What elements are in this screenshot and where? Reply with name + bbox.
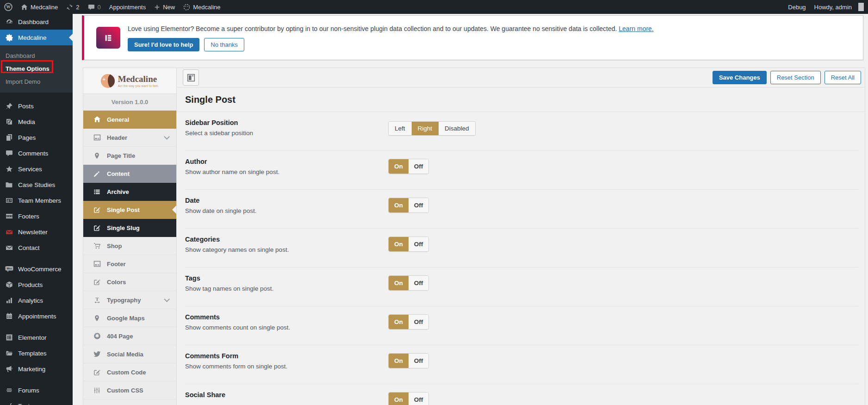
sidebar-item-footers[interactable]: Footers bbox=[0, 208, 73, 224]
sidebar-item-forums[interactable]: Forums bbox=[0, 382, 73, 398]
toggle-off[interactable]: Off bbox=[409, 276, 429, 290]
sidebar-item-analytics[interactable]: Analytics bbox=[0, 293, 73, 308]
sidebar-item-pages[interactable]: Pages bbox=[0, 130, 73, 145]
sidebar-item-dashboard[interactable]: Dashboard bbox=[0, 14, 73, 30]
toggle-sidebar-button[interactable] bbox=[183, 69, 199, 86]
toggle-off[interactable]: Off bbox=[409, 315, 429, 329]
menu-item-archive[interactable]: Archive bbox=[83, 183, 176, 201]
author-toggle[interactable]: On Off bbox=[388, 159, 429, 174]
toggle-on[interactable]: On bbox=[389, 393, 409, 405]
toggle-off[interactable]: Off bbox=[409, 237, 429, 251]
wordpress-logo[interactable]: W bbox=[0, 0, 17, 14]
panel-layout-icon bbox=[187, 74, 195, 82]
updates[interactable]: 2 bbox=[62, 0, 83, 14]
toggle-on[interactable]: On bbox=[389, 198, 409, 212]
toggle-on[interactable]: On bbox=[389, 315, 409, 329]
setting-label: Comments Form bbox=[185, 352, 388, 360]
submenu-item-theme-options[interactable]: Theme Options bbox=[0, 62, 73, 75]
tags-toggle[interactable]: On Off bbox=[388, 275, 429, 291]
option-left[interactable]: Left bbox=[389, 122, 412, 135]
menu-item-google-maps[interactable]: Google Maps bbox=[83, 309, 176, 327]
sidebar-item-label: Forums bbox=[18, 387, 39, 394]
setting-desc: Show comments count on single post. bbox=[185, 324, 388, 331]
appointments-menu[interactable]: Appointments bbox=[105, 0, 150, 14]
option-right[interactable]: Right bbox=[412, 122, 439, 135]
setting-row-social-share: Social Share On Off bbox=[185, 384, 858, 405]
comments-form-toggle[interactable]: On Off bbox=[388, 353, 429, 368]
new-menu[interactable]: New bbox=[150, 0, 179, 14]
notice-decline-button[interactable]: No thanks bbox=[204, 38, 244, 51]
sidebar-item-services[interactable]: Services bbox=[0, 161, 73, 177]
menu-item-label: Footer bbox=[107, 261, 125, 268]
woocommerce-icon: Woo bbox=[5, 266, 14, 273]
account-menu[interactable]: Howdy, admin bbox=[810, 0, 868, 14]
toggle-off[interactable]: Off bbox=[409, 354, 429, 368]
sidebar-item-case-studies[interactable]: Case Studies bbox=[0, 177, 73, 193]
theme-version: Version 1.0.0 bbox=[83, 94, 176, 111]
sidebar-item-comments[interactable]: Comments bbox=[0, 145, 73, 161]
learn-more-link[interactable]: Learn more. bbox=[619, 25, 653, 32]
setting-label: Sidebar Position bbox=[185, 119, 388, 126]
sidebar-item-templates[interactable]: Templates bbox=[0, 345, 73, 361]
comments-toggle[interactable]: On Off bbox=[388, 314, 429, 330]
sidebar-item-medcaline[interactable]: Medcaline bbox=[0, 30, 73, 45]
header-layout-icon bbox=[93, 134, 101, 141]
toggle-on[interactable]: On bbox=[389, 159, 409, 174]
menu-item-custom-code[interactable]: Custom Code bbox=[83, 363, 176, 381]
menu-item-shop[interactable]: Shop bbox=[83, 237, 176, 255]
toggle-on[interactable]: On bbox=[389, 354, 409, 368]
menu-item-single-slug[interactable]: Single Slug bbox=[83, 219, 176, 237]
sidebar-item-posts[interactable]: Posts bbox=[0, 98, 73, 114]
svg-text:T: T bbox=[95, 296, 99, 302]
date-toggle[interactable]: On Off bbox=[388, 198, 429, 213]
menu-item-colors[interactable]: Colors bbox=[83, 273, 176, 291]
sidebar-item-contact[interactable]: Contact bbox=[0, 240, 73, 255]
theme-options-menu: Medcaline Act the way you want to feel. … bbox=[83, 68, 177, 405]
toggle-off[interactable]: Off bbox=[409, 393, 429, 405]
menu-item-content[interactable]: Content bbox=[83, 165, 176, 183]
sidebar-item-team-members[interactable]: Team Members bbox=[0, 193, 73, 208]
social-share-toggle[interactable]: On Off bbox=[388, 392, 429, 405]
folder-icon bbox=[5, 181, 14, 188]
sidebar-item-marketing[interactable]: Marketing bbox=[0, 361, 73, 377]
notice-accept-button[interactable]: Sure! I'd love to help bbox=[128, 38, 199, 51]
submenu-item-dashboard[interactable]: Dashboard bbox=[0, 49, 73, 62]
sidebar-item-appointments[interactable]: Appointments bbox=[0, 308, 73, 324]
menu-item-custom-css[interactable]: Custom CSS bbox=[83, 381, 176, 399]
sidebar-item-elementor[interactable]: Elementor bbox=[0, 330, 73, 345]
debug-menu[interactable]: Debug bbox=[784, 0, 810, 14]
menu-item-footer[interactable]: Footer bbox=[83, 255, 176, 273]
sliders-icon bbox=[93, 387, 101, 394]
toggle-on[interactable]: On bbox=[389, 276, 409, 290]
sidebar-item-products[interactable]: Products bbox=[0, 277, 73, 293]
menu-item-typography[interactable]: T Typography bbox=[83, 291, 176, 309]
menu-item-header[interactable]: Header bbox=[83, 129, 176, 147]
menu-item-404-page[interactable]: ✱ 404 Page bbox=[83, 327, 176, 345]
sidebar-item-newsletter[interactable]: Newsletter bbox=[0, 224, 73, 240]
reset-all-button[interactable]: Reset All bbox=[825, 71, 861, 84]
box-icon bbox=[5, 281, 14, 288]
sidebar-item-media[interactable]: Media bbox=[0, 114, 73, 130]
site-menu[interactable]: Medcaline bbox=[17, 0, 62, 14]
reset-section-button[interactable]: Reset Section bbox=[770, 71, 821, 84]
toggle-off[interactable]: Off bbox=[409, 159, 429, 174]
save-changes-button[interactable]: Save Changes bbox=[713, 71, 767, 84]
menu-item-page-title[interactable]: Page Title bbox=[83, 147, 176, 165]
menu-item-general[interactable]: General bbox=[83, 111, 176, 129]
comments-bubble[interactable]: 0 bbox=[84, 0, 105, 14]
submenu-item-import-demo[interactable]: Import Demo bbox=[0, 75, 73, 88]
categories-toggle[interactable]: On Off bbox=[388, 237, 429, 252]
toggle-on[interactable]: On bbox=[389, 237, 409, 251]
menu-item-import-export[interactable]: Import / Export bbox=[83, 399, 176, 405]
option-disabled[interactable]: Disabled bbox=[439, 122, 475, 135]
menu-item-single-post[interactable]: Single Post bbox=[83, 201, 176, 219]
menu-item-label: Page Title bbox=[107, 152, 135, 159]
medcaline-logo-icon bbox=[101, 74, 115, 88]
view-site-menu[interactable]: Medcaline bbox=[179, 0, 224, 14]
cart-icon bbox=[93, 242, 101, 249]
menu-item-social-media[interactable]: Social Media bbox=[83, 345, 176, 363]
sidebar-item-woocommerce[interactable]: Woo WooCommerce bbox=[0, 261, 73, 277]
sidebar-item-label: Newsletter bbox=[18, 229, 48, 236]
toggle-off[interactable]: Off bbox=[409, 198, 429, 212]
sidebar-item-topics[interactable]: Topics bbox=[0, 398, 73, 405]
